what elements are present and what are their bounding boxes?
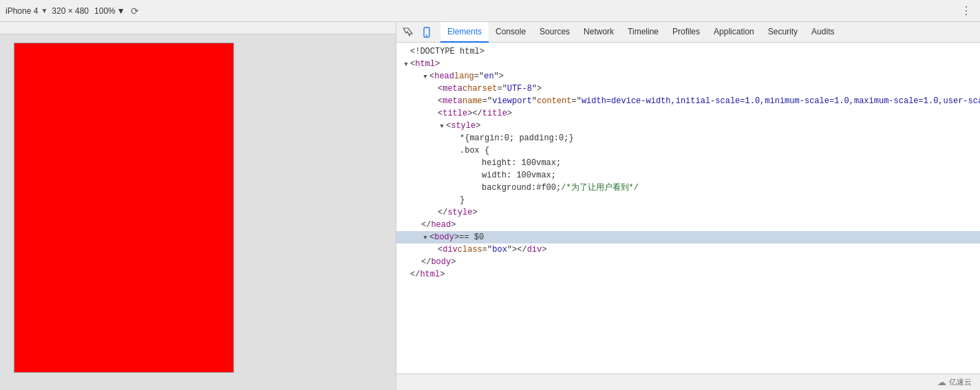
brand-text: 亿速云 xyxy=(949,377,972,387)
tab-elements[interactable]: Elements xyxy=(440,22,489,43)
tab-security[interactable]: Security xyxy=(761,22,805,43)
height-value: 480 xyxy=(75,6,89,16)
left-panel xyxy=(0,22,396,390)
tab-console[interactable]: Console xyxy=(489,22,533,43)
phone-preview-area xyxy=(0,34,396,390)
code-line-12: background:#f00;/*为了让用户看到*/ xyxy=(396,182,980,194)
top-toolbar: iPhone 4 ▼ 320 × 480 100% ▼ ⟳ ⋮ xyxy=(0,0,980,22)
ruler-marks xyxy=(0,22,396,34)
code-line-7: ▼ <style> xyxy=(396,120,980,132)
phone-screen xyxy=(14,43,234,373)
tab-network[interactable]: Network xyxy=(577,22,621,43)
zoom-value: 100% xyxy=(94,6,116,16)
brand-cloud-icon: ☁ xyxy=(937,377,946,387)
tab-sources[interactable]: Sources xyxy=(533,22,577,43)
code-line-9: .box { xyxy=(396,144,980,157)
code-line-11: width: 100vmax; xyxy=(396,169,980,182)
rotate-icon[interactable]: ⟳ xyxy=(131,6,139,17)
width-value: 320 xyxy=(52,6,65,16)
zoom-arrow: ▼ xyxy=(117,6,125,16)
arrow-3[interactable]: ▼ xyxy=(421,73,429,81)
code-line-16[interactable]: ▼ <body> == $0 xyxy=(396,231,980,243)
dimensions-display: 320 × 480 xyxy=(52,6,89,16)
code-line-6: <title></title> xyxy=(396,107,980,120)
code-line-5: <meta name="viewport" content="width=dev… xyxy=(396,95,980,107)
tab-application[interactable]: Application xyxy=(707,22,761,43)
code-line-14: </style> xyxy=(396,206,980,219)
zoom-selector[interactable]: 100% ▼ xyxy=(94,6,125,16)
code-line-15: </head> xyxy=(396,219,980,231)
bottom-bar: ☁ 亿速云 xyxy=(396,373,980,390)
arrow-16[interactable]: ▼ xyxy=(421,234,429,242)
devtools-tabs-bar: Elements Console Sources Network Timelin… xyxy=(396,22,980,43)
code-line-3: ▼ <head lang="en"> xyxy=(396,70,980,83)
device-name: iPhone 4 xyxy=(6,6,38,16)
code-line-18: </body> xyxy=(396,256,980,268)
mobile-device-icon[interactable] xyxy=(418,24,435,41)
code-line-17: <div class="box"></div> xyxy=(396,243,980,256)
code-line-4: <meta charset="UTF-8"> xyxy=(396,83,980,95)
tab-profiles[interactable]: Profiles xyxy=(665,22,707,43)
devtools-icon-buttons xyxy=(399,24,435,41)
device-selector[interactable]: iPhone 4 ▼ xyxy=(6,6,47,16)
dimension-x: × xyxy=(68,6,75,16)
ruler-bar xyxy=(0,22,396,34)
more-options-icon[interactable]: ⋮ xyxy=(958,4,974,17)
arrow-2[interactable]: ▼ xyxy=(402,61,410,69)
code-editor[interactable]: <!DOCTYPE html> ▼ <html> ▼ <head lang="e… xyxy=(396,43,980,373)
inspect-element-icon[interactable] xyxy=(399,24,416,41)
arrow-7[interactable]: ▼ xyxy=(438,122,446,131)
main-area: Elements Console Sources Network Timelin… xyxy=(0,22,980,390)
tab-audits[interactable]: Audits xyxy=(805,22,841,43)
code-line-13: } xyxy=(396,194,980,206)
brand-logo: ☁ 亿速云 xyxy=(937,377,972,387)
code-line-2: ▼ <html> xyxy=(396,58,980,70)
code-line-1: <!DOCTYPE html> xyxy=(396,45,980,58)
devtools-panel: Elements Console Sources Network Timelin… xyxy=(396,22,980,390)
code-line-10: height: 100vmax; xyxy=(396,157,980,169)
code-line-19: </html> xyxy=(396,268,980,281)
tab-timeline[interactable]: Timeline xyxy=(621,22,665,43)
device-dropdown-arrow[interactable]: ▼ xyxy=(41,7,47,14)
code-line-8: *{margin:0; padding:0;} xyxy=(396,132,980,144)
